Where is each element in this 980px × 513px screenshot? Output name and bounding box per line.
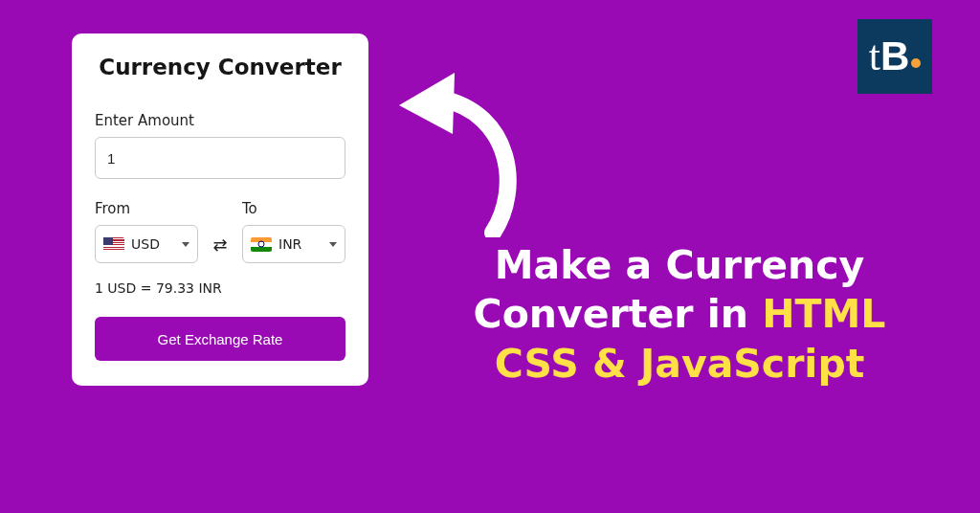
to-label: To	[242, 200, 345, 217]
headline: Make a Currency Converter in HTML CSS & …	[459, 241, 900, 389]
logo-b: B	[880, 36, 909, 77]
chevron-down-icon	[329, 242, 337, 247]
headline-line2a: Converter in	[474, 291, 763, 337]
arrow-icon	[388, 56, 541, 237]
swap-icon[interactable]: ⇄	[212, 234, 227, 255]
headline-line3: CSS & JavaScript	[495, 341, 865, 387]
amount-input[interactable]	[95, 137, 345, 179]
card-title: Currency Converter	[95, 55, 345, 79]
from-select[interactable]: USD	[95, 225, 198, 263]
headline-line2b: HTML	[762, 291, 885, 337]
to-col: To INR	[242, 200, 345, 263]
logo-dot-icon	[911, 58, 921, 68]
exchange-rate-text: 1 USD = 79.33 INR	[95, 280, 345, 296]
india-flag-icon	[251, 237, 272, 252]
to-currency-value: INR	[278, 236, 323, 252]
currency-row: From USD ⇄ To INR	[95, 200, 345, 263]
logo: t B	[858, 19, 932, 94]
chevron-down-icon	[182, 242, 189, 247]
headline-line1: Make a Currency	[495, 242, 864, 288]
swap-wrap: ⇄	[201, 225, 239, 263]
from-label: From	[95, 200, 198, 217]
amount-label: Enter Amount	[95, 112, 345, 129]
from-col: From USD	[95, 200, 198, 263]
from-currency-value: USD	[131, 236, 175, 252]
logo-text: t B	[869, 35, 922, 78]
to-select[interactable]: INR	[242, 225, 345, 263]
converter-card: Currency Converter Enter Amount From USD…	[72, 33, 368, 386]
get-rate-button[interactable]: Get Exchange Rate	[95, 317, 345, 361]
us-flag-icon	[103, 237, 124, 252]
logo-t: t	[869, 35, 880, 78]
